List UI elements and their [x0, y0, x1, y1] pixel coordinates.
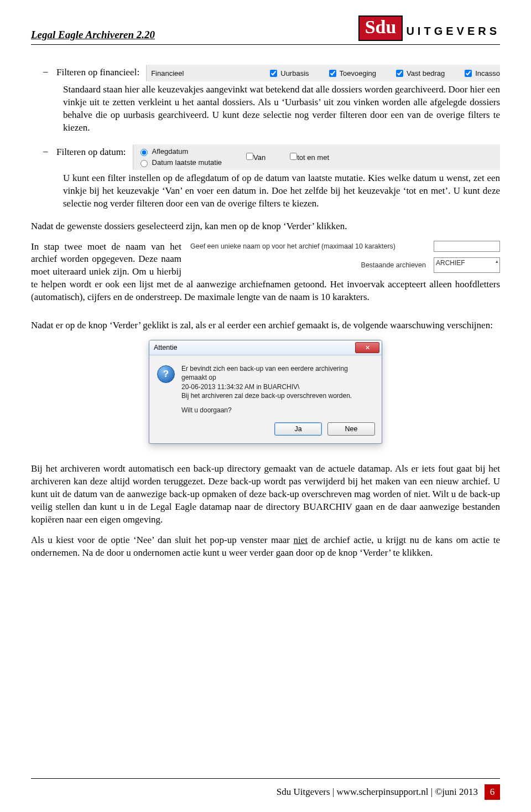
dialog-line4: Wilt u doorgaan? — [181, 406, 372, 415]
dialog-no-button[interactable]: Nee — [327, 422, 375, 436]
logo-brand: Sdu — [358, 15, 403, 41]
archive-name-prompt: Geef een unieke naam op voor het archief… — [190, 242, 395, 250]
financieel-filter-strip: Financieel Uurbasis Toevoeging Vast bedr… — [146, 65, 500, 81]
financieel-field-label: Financieel — [151, 69, 184, 77]
underlined-niet: niet — [294, 535, 308, 545]
radio-datum-laatste-mutatie[interactable] — [140, 160, 148, 167]
publisher-logo: Sdu UITGEVERS — [358, 15, 500, 41]
checkbox-toevoeging[interactable] — [329, 70, 336, 77]
checkbox-van-label: Van — [253, 153, 266, 162]
checkbox-uurbasis[interactable] — [270, 70, 277, 77]
dialog-title: Attentie — [154, 344, 177, 351]
filter-financieel-label: Filteren op financieel: — [56, 67, 139, 78]
checkbox-uurbasis-label: Uurbasis — [280, 69, 309, 77]
archive-name-input[interactable] — [434, 241, 500, 252]
radio-aflegdatum-label: Aflegdatum — [152, 147, 189, 156]
dialog-close-button[interactable]: ✕ — [355, 342, 379, 353]
footer-text: Sdu Uitgevers | www.scherpinsupport.nl |… — [277, 787, 478, 798]
checkbox-incasso-label: Incasso — [475, 69, 500, 77]
checkbox-toevoeging-label: Toevoeging — [340, 69, 377, 77]
existing-archives-listbox[interactable]: ARCHIEF — [434, 257, 500, 273]
bullet-dash: – — [43, 66, 50, 77]
dialog-yes-button[interactable]: Ja — [274, 422, 322, 436]
checkbox-vastbedrag-label: Vast bedrag — [407, 69, 445, 77]
page-number-badge: 6 — [485, 784, 500, 800]
document-title: Legal Eagle Archiveren 2.20 — [31, 29, 155, 41]
checkbox-tot-en-met-label: tot en met — [297, 153, 329, 162]
page-footer: Sdu Uitgevers | www.scherpinsupport.nl |… — [31, 778, 500, 800]
question-icon — [157, 365, 175, 383]
logo-suffix: UITGEVERS — [406, 25, 500, 38]
dialog-line1: Er bevindt zich een back-up van een eerd… — [181, 364, 372, 382]
archive-name-figure: Geef een unieke naam op voor het archief… — [190, 241, 500, 278]
financieel-body-text: Standaard staan hier alle keuzevakjes aa… — [63, 84, 500, 135]
checkbox-vastbedrag[interactable] — [396, 70, 403, 77]
existing-archives-label: Bestaande archieven — [190, 261, 434, 269]
nee-paragraph: Als u kiest voor de optie ‘Nee’ dan slui… — [31, 534, 500, 560]
checkbox-van[interactable] — [246, 153, 253, 160]
filter-datum-label: Filteren op datum: — [56, 147, 126, 158]
datum-filter-strip: Aflegdatum Datum laatste mutatie Van tot… — [133, 144, 500, 170]
datum-body-text: U kunt een filter instellen op de aflegd… — [63, 172, 500, 210]
bullet-dash: – — [43, 146, 50, 157]
backup-paragraph: Bij het archiveren wordt automatisch een… — [31, 463, 500, 526]
radio-datum-laatste-mutatie-label: Datum laatste mutatie — [152, 158, 222, 167]
checkbox-incasso[interactable] — [465, 70, 472, 77]
paragraph-verder: Nadat de gewenste dossiers geselecteerd … — [31, 220, 500, 233]
dialog-line2: 20-06-2013 11:34:32 AM in BUARCHIV\ — [181, 382, 372, 391]
header-divider — [31, 44, 500, 45]
warning-intro-text: Nadat er op de knop ‘Verder’ geklikt is … — [31, 319, 500, 332]
footer-divider — [31, 778, 500, 779]
checkbox-tot-en-met[interactable] — [290, 153, 297, 160]
radio-aflegdatum[interactable] — [140, 149, 148, 156]
attentie-dialog: Attentie ✕ Er bevindt zich een back-up v… — [149, 340, 382, 444]
dialog-message: Er bevindt zich een back-up van een eerd… — [181, 364, 372, 415]
dialog-line3: Bij het archiveren zal deze back-up over… — [181, 391, 372, 400]
